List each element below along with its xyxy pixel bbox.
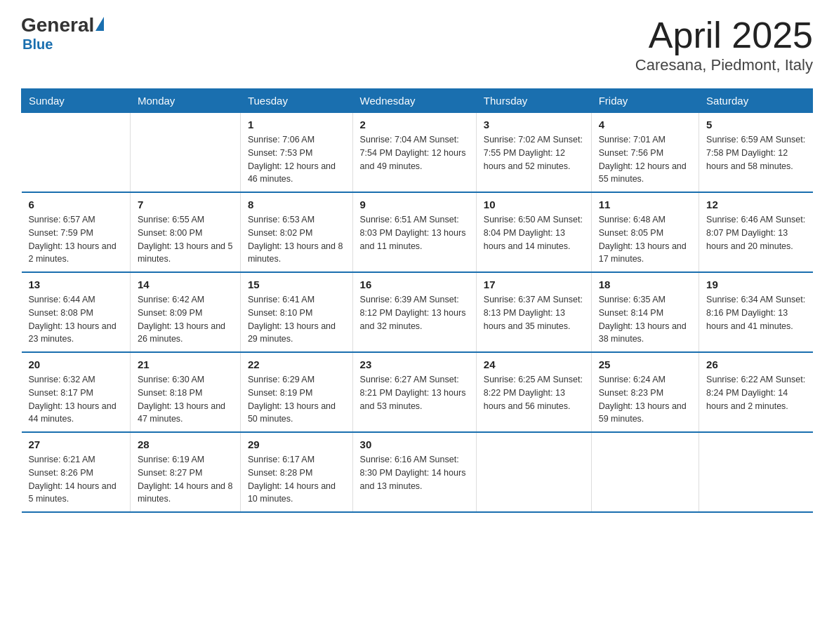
day-cell: 17Sunrise: 6:37 AM Sunset: 8:13 PM Dayli…: [476, 272, 591, 352]
day-cell: [130, 113, 240, 193]
day-info: Sunrise: 6:22 AM Sunset: 8:24 PM Dayligh…: [706, 373, 805, 412]
day-info: Sunrise: 6:29 AM Sunset: 8:19 PM Dayligh…: [248, 373, 345, 426]
logo-blue-text: Blue: [22, 36, 53, 53]
day-number: 13: [29, 279, 123, 290]
title-block: April 2025 Caresana, Piedmont, Italy: [635, 14, 813, 74]
page-header: General Blue April 2025 Caresana, Piedmo…: [21, 14, 813, 74]
day-cell: 13Sunrise: 6:44 AM Sunset: 8:08 PM Dayli…: [22, 272, 131, 352]
day-info: Sunrise: 6:53 AM Sunset: 8:02 PM Dayligh…: [248, 213, 345, 266]
header-cell-thursday: Thursday: [476, 89, 591, 113]
day-number: 8: [248, 199, 345, 210]
week-row-3: 13Sunrise: 6:44 AM Sunset: 8:08 PM Dayli…: [22, 272, 813, 352]
day-cell: 22Sunrise: 6:29 AM Sunset: 8:19 PM Dayli…: [240, 352, 352, 432]
day-info: Sunrise: 6:39 AM Sunset: 8:12 PM Dayligh…: [360, 293, 469, 333]
day-number: 11: [599, 199, 691, 210]
logo-triangle-icon: [95, 17, 104, 31]
day-number: 3: [484, 119, 584, 130]
logo: General Blue: [21, 14, 104, 53]
day-info: Sunrise: 6:27 AM Sunset: 8:21 PM Dayligh…: [360, 373, 469, 412]
day-cell: 23Sunrise: 6:27 AM Sunset: 8:21 PM Dayli…: [352, 352, 476, 432]
day-cell: 2Sunrise: 7:04 AM Sunset: 7:54 PM Daylig…: [352, 113, 476, 193]
day-info: Sunrise: 6:37 AM Sunset: 8:13 PM Dayligh…: [484, 293, 584, 333]
day-number: 5: [706, 119, 805, 130]
day-info: Sunrise: 6:41 AM Sunset: 8:10 PM Dayligh…: [248, 293, 345, 346]
logo-general-text: General: [21, 14, 94, 36]
page-title: April 2025: [635, 14, 813, 56]
day-info: Sunrise: 6:24 AM Sunset: 8:23 PM Dayligh…: [599, 373, 691, 426]
day-info: Sunrise: 7:01 AM Sunset: 7:56 PM Dayligh…: [599, 133, 691, 186]
calendar-table: SundayMondayTuesdayWednesdayThursdayFrid…: [21, 88, 813, 513]
week-row-5: 27Sunrise: 6:21 AM Sunset: 8:26 PM Dayli…: [22, 432, 813, 512]
day-number: 16: [360, 279, 469, 290]
day-number: 19: [706, 279, 805, 290]
day-cell: 28Sunrise: 6:19 AM Sunset: 8:27 PM Dayli…: [130, 432, 240, 512]
day-info: Sunrise: 6:59 AM Sunset: 7:58 PM Dayligh…: [706, 133, 805, 173]
day-cell: 5Sunrise: 6:59 AM Sunset: 7:58 PM Daylig…: [699, 113, 813, 193]
day-info: Sunrise: 6:57 AM Sunset: 7:59 PM Dayligh…: [29, 213, 123, 266]
day-number: 18: [599, 279, 691, 290]
day-number: 27: [29, 438, 123, 450]
day-cell: 12Sunrise: 6:46 AM Sunset: 8:07 PM Dayli…: [699, 192, 813, 272]
page-subtitle: Caresana, Piedmont, Italy: [635, 56, 813, 74]
week-row-2: 6Sunrise: 6:57 AM Sunset: 7:59 PM Daylig…: [22, 192, 813, 272]
day-info: Sunrise: 6:42 AM Sunset: 8:09 PM Dayligh…: [138, 293, 233, 346]
day-cell: [591, 432, 699, 512]
day-number: 21: [138, 358, 233, 370]
day-number: 9: [360, 199, 469, 210]
day-cell: 14Sunrise: 6:42 AM Sunset: 8:09 PM Dayli…: [130, 272, 240, 352]
day-cell: [476, 432, 591, 512]
header-cell-saturday: Saturday: [699, 89, 813, 113]
day-cell: [699, 432, 813, 512]
day-number: 2: [360, 119, 469, 130]
day-cell: 26Sunrise: 6:22 AM Sunset: 8:24 PM Dayli…: [699, 352, 813, 432]
day-cell: 30Sunrise: 6:16 AM Sunset: 8:30 PM Dayli…: [352, 432, 476, 512]
day-cell: 11Sunrise: 6:48 AM Sunset: 8:05 PM Dayli…: [591, 192, 699, 272]
day-cell: 9Sunrise: 6:51 AM Sunset: 8:03 PM Daylig…: [352, 192, 476, 272]
day-info: Sunrise: 7:02 AM Sunset: 7:55 PM Dayligh…: [484, 133, 584, 173]
day-number: 4: [599, 119, 691, 130]
header-row: SundayMondayTuesdayWednesdayThursdayFrid…: [22, 89, 813, 113]
day-number: 1: [248, 119, 345, 130]
day-cell: 15Sunrise: 6:41 AM Sunset: 8:10 PM Dayli…: [240, 272, 352, 352]
day-number: 28: [138, 438, 233, 450]
day-number: 14: [138, 279, 233, 290]
header-cell-sunday: Sunday: [22, 89, 131, 113]
day-number: 20: [29, 358, 123, 370]
day-cell: 10Sunrise: 6:50 AM Sunset: 8:04 PM Dayli…: [476, 192, 591, 272]
day-info: Sunrise: 6:35 AM Sunset: 8:14 PM Dayligh…: [599, 293, 691, 346]
day-cell: 6Sunrise: 6:57 AM Sunset: 7:59 PM Daylig…: [22, 192, 131, 272]
calendar-header: SundayMondayTuesdayWednesdayThursdayFrid…: [22, 89, 813, 113]
day-info: Sunrise: 6:34 AM Sunset: 8:16 PM Dayligh…: [706, 293, 805, 333]
calendar-body: 1Sunrise: 7:06 AM Sunset: 7:53 PM Daylig…: [22, 113, 813, 513]
day-cell: 7Sunrise: 6:55 AM Sunset: 8:00 PM Daylig…: [130, 192, 240, 272]
day-number: 26: [706, 358, 805, 370]
day-info: Sunrise: 6:16 AM Sunset: 8:30 PM Dayligh…: [360, 453, 469, 492]
day-info: Sunrise: 6:19 AM Sunset: 8:27 PM Dayligh…: [138, 453, 233, 506]
day-info: Sunrise: 6:46 AM Sunset: 8:07 PM Dayligh…: [706, 213, 805, 253]
day-number: 17: [484, 279, 584, 290]
day-cell: 29Sunrise: 6:17 AM Sunset: 8:28 PM Dayli…: [240, 432, 352, 512]
day-cell: 24Sunrise: 6:25 AM Sunset: 8:22 PM Dayli…: [476, 352, 591, 432]
day-number: 6: [29, 199, 123, 210]
day-cell: 25Sunrise: 6:24 AM Sunset: 8:23 PM Dayli…: [591, 352, 699, 432]
day-info: Sunrise: 6:44 AM Sunset: 8:08 PM Dayligh…: [29, 293, 123, 346]
day-cell: 1Sunrise: 7:06 AM Sunset: 7:53 PM Daylig…: [240, 113, 352, 193]
day-cell: 18Sunrise: 6:35 AM Sunset: 8:14 PM Dayli…: [591, 272, 699, 352]
day-number: 23: [360, 358, 469, 370]
day-info: Sunrise: 6:48 AM Sunset: 8:05 PM Dayligh…: [599, 213, 691, 266]
day-info: Sunrise: 6:55 AM Sunset: 8:00 PM Dayligh…: [138, 213, 233, 266]
day-number: 30: [360, 438, 469, 450]
day-info: Sunrise: 6:25 AM Sunset: 8:22 PM Dayligh…: [484, 373, 584, 412]
day-info: Sunrise: 6:32 AM Sunset: 8:17 PM Dayligh…: [29, 373, 123, 426]
day-info: Sunrise: 6:30 AM Sunset: 8:18 PM Dayligh…: [138, 373, 233, 426]
day-cell: 4Sunrise: 7:01 AM Sunset: 7:56 PM Daylig…: [591, 113, 699, 193]
header-cell-monday: Monday: [130, 89, 240, 113]
day-cell: 20Sunrise: 6:32 AM Sunset: 8:17 PM Dayli…: [22, 352, 131, 432]
day-cell: 27Sunrise: 6:21 AM Sunset: 8:26 PM Dayli…: [22, 432, 131, 512]
day-number: 15: [248, 279, 345, 290]
day-cell: 21Sunrise: 6:30 AM Sunset: 8:18 PM Dayli…: [130, 352, 240, 432]
week-row-1: 1Sunrise: 7:06 AM Sunset: 7:53 PM Daylig…: [22, 113, 813, 193]
day-number: 12: [706, 199, 805, 210]
day-info: Sunrise: 6:21 AM Sunset: 8:26 PM Dayligh…: [29, 453, 123, 506]
day-info: Sunrise: 6:51 AM Sunset: 8:03 PM Dayligh…: [360, 213, 469, 253]
